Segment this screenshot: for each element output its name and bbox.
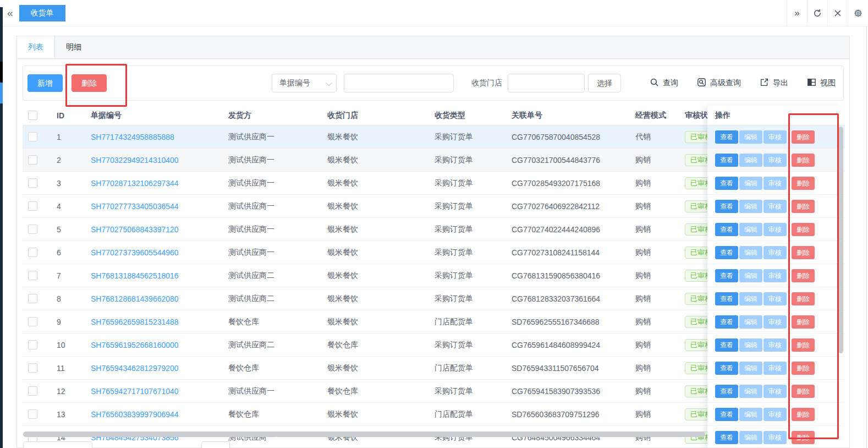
delete-row-button[interactable]: 删除 <box>792 269 815 282</box>
edit-row-button[interactable]: 编辑 <box>739 177 762 190</box>
audit-row-button[interactable]: 审核 <box>763 315 787 329</box>
table-row[interactable]: 11 SH765943462812979200 餐饮仓库 银米餐饮 门店配货单 … <box>23 357 707 380</box>
doc-number-link[interactable]: SH770275068843397120 <box>91 225 179 234</box>
audit-row-button[interactable]: 审核 <box>763 200 787 213</box>
row-checkbox[interactable] <box>28 155 37 165</box>
search-field-select[interactable]: 单据编号 <box>272 74 337 92</box>
row-checkbox[interactable] <box>28 178 37 188</box>
select-all-checkbox[interactable] <box>28 111 37 120</box>
window-tab-receipt[interactable]: 收货单 <box>19 5 65 21</box>
audit-row-button[interactable]: 审核 <box>763 292 787 305</box>
audit-row-button[interactable]: 审核 <box>763 177 787 190</box>
settings-gear-icon[interactable] <box>848 0 868 26</box>
edit-row-button[interactable]: 编辑 <box>739 385 762 398</box>
table-row[interactable]: 1 SH77174324958885888 测试供应商一 银米餐饮 采购订货单 … <box>23 125 707 149</box>
doc-number-input[interactable] <box>344 74 454 92</box>
add-button[interactable]: 新增 <box>28 74 63 92</box>
row-checkbox[interactable] <box>28 386 37 396</box>
query-button[interactable]: 查询 <box>650 78 678 89</box>
view-layout-button[interactable]: 视图 <box>807 78 836 89</box>
table-row[interactable]: 7 SH768131884562518016 测试供应商二 银米餐饮 采购订货单… <box>23 264 707 287</box>
choose-store-button[interactable]: 选择 <box>588 74 621 92</box>
edit-row-button[interactable]: 编辑 <box>739 315 762 329</box>
doc-number-link[interactable]: SH765603839997906944 <box>91 410 179 419</box>
row-checkbox[interactable] <box>28 340 37 349</box>
delete-row-button[interactable]: 删除 <box>792 130 815 144</box>
row-checkbox[interactable] <box>28 225 37 234</box>
audit-row-button[interactable]: 审核 <box>763 246 787 259</box>
view-row-button[interactable]: 查看 <box>715 269 738 282</box>
audit-row-button[interactable]: 审核 <box>763 338 787 352</box>
close-icon[interactable] <box>827 0 848 26</box>
view-row-button[interactable]: 查看 <box>715 246 738 259</box>
table-row[interactable]: 2 SH770322949214310400 测试供应商一 银米餐饮 采购订货单… <box>23 149 707 172</box>
doc-number-link[interactable]: SH765961952668160000 <box>91 341 179 349</box>
delete-button[interactable]: 删除 <box>72 74 107 92</box>
row-checkbox[interactable] <box>28 201 37 211</box>
doc-number-link[interactable]: SH770322949214310400 <box>91 156 179 165</box>
delete-row-button[interactable]: 删除 <box>792 431 815 444</box>
page-size-select-partial[interactable] <box>23 441 92 448</box>
edit-row-button[interactable]: 编辑 <box>739 362 762 375</box>
store-input[interactable] <box>508 74 585 92</box>
audit-row-button[interactable]: 审核 <box>763 431 787 444</box>
row-checkbox[interactable] <box>28 248 37 257</box>
view-row-button[interactable]: 查看 <box>715 408 738 421</box>
edit-row-button[interactable]: 编辑 <box>739 431 762 444</box>
delete-row-button[interactable]: 删除 <box>792 200 815 213</box>
expand-tabs-icon[interactable]: » <box>787 0 807 26</box>
table-row[interactable]: 4 SH770277733405036544 测试供应商一 银米餐饮 采购订货单… <box>23 195 707 218</box>
edit-row-button[interactable]: 编辑 <box>739 154 762 167</box>
view-row-button[interactable]: 查看 <box>715 177 738 190</box>
tab-list[interactable]: 列表 <box>17 36 55 58</box>
doc-number-link[interactable]: SH77174324958885888 <box>91 133 174 141</box>
view-row-button[interactable]: 查看 <box>715 200 738 213</box>
view-row-button[interactable]: 查看 <box>715 338 738 352</box>
delete-row-button[interactable]: 删除 <box>792 246 815 259</box>
row-checkbox[interactable] <box>28 363 37 373</box>
audit-row-button[interactable]: 审核 <box>763 269 787 282</box>
audit-row-button[interactable]: 审核 <box>763 223 787 236</box>
doc-number-link[interactable]: SH770277733405036544 <box>91 202 179 211</box>
view-row-button[interactable]: 查看 <box>715 315 738 329</box>
edit-row-button[interactable]: 编辑 <box>739 130 762 144</box>
table-row[interactable]: 12 SH765942717107671040 测试供应商一 餐饮仓库 采购订货… <box>23 380 707 403</box>
vertical-scrollbar[interactable] <box>838 127 843 353</box>
view-row-button[interactable]: 查看 <box>715 130 738 144</box>
doc-number-link[interactable]: SH765942717107671040 <box>91 387 179 396</box>
table-row[interactable]: 9 SH765962659815231488 餐饮仓库 银米餐饮 门店配货单 S… <box>23 310 707 334</box>
delete-row-button[interactable]: 删除 <box>792 292 815 305</box>
doc-number-link[interactable]: SH765962659815231488 <box>91 318 179 326</box>
view-row-button[interactable]: 查看 <box>715 223 738 236</box>
page-jump-input-partial[interactable] <box>201 441 230 448</box>
doc-number-link[interactable]: SH768128681439662080 <box>91 294 179 303</box>
table-row[interactable]: 5 SH770275068843397120 测试供应商一 银米餐饮 采购订货单… <box>23 218 707 241</box>
delete-row-button[interactable]: 删除 <box>792 362 815 375</box>
doc-number-link[interactable]: SH770273739605544960 <box>91 248 179 257</box>
delete-row-button[interactable]: 删除 <box>792 408 815 421</box>
refresh-icon[interactable] <box>807 0 827 26</box>
audit-row-button[interactable]: 审核 <box>763 408 787 421</box>
horizontal-scrollbar[interactable] <box>23 431 705 437</box>
edit-row-button[interactable]: 编辑 <box>739 246 762 259</box>
delete-row-button[interactable]: 删除 <box>792 338 815 352</box>
delete-row-button[interactable]: 删除 <box>792 223 815 236</box>
advanced-query-button[interactable]: 高级查询 <box>697 78 741 89</box>
audit-row-button[interactable]: 审核 <box>763 385 787 398</box>
view-row-button[interactable]: 查看 <box>715 362 738 375</box>
view-row-button[interactable]: 查看 <box>715 431 738 444</box>
row-checkbox[interactable] <box>28 409 37 419</box>
edit-row-button[interactable]: 编辑 <box>739 408 762 421</box>
row-checkbox[interactable] <box>28 317 37 326</box>
tab-detail[interactable]: 明细 <box>55 36 92 58</box>
table-row[interactable]: 8 SH768128681439662080 测试供应商二 银米餐饮 采购订货单… <box>23 287 707 310</box>
row-checkbox[interactable] <box>28 294 37 303</box>
table-row[interactable]: 6 SH770273739605544960 测试供应商一 银米餐饮 采购订货单… <box>23 241 707 264</box>
edit-row-button[interactable]: 编辑 <box>739 200 762 213</box>
delete-row-button[interactable]: 删除 <box>792 177 815 190</box>
delete-row-button[interactable]: 删除 <box>792 315 815 329</box>
edit-row-button[interactable]: 编辑 <box>739 223 762 236</box>
view-row-button[interactable]: 查看 <box>715 385 738 398</box>
edit-row-button[interactable]: 编辑 <box>739 269 762 282</box>
audit-row-button[interactable]: 审核 <box>763 362 787 375</box>
